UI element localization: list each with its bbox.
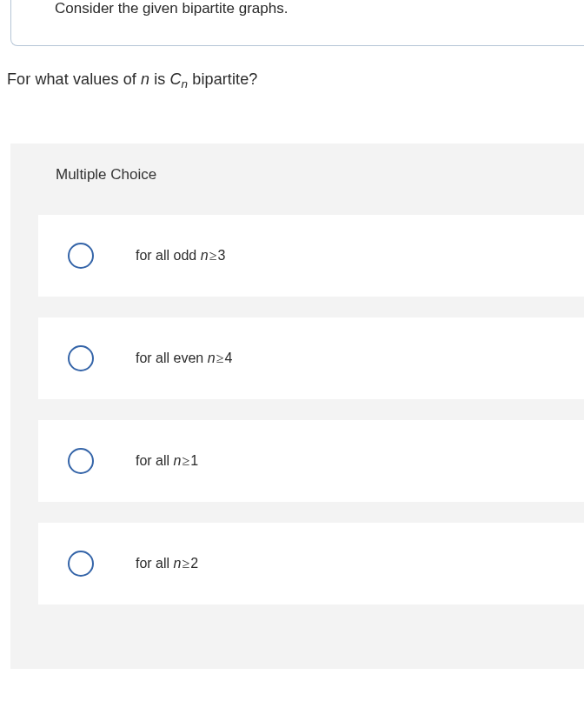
option-3-num: 1: [190, 453, 198, 468]
prompt-box: Consider the given bipartite graphs.: [10, 0, 584, 46]
option-1-num: 3: [217, 248, 225, 263]
option-3[interactable]: for all n ≥ 1: [38, 420, 584, 502]
option-2-var: n: [208, 351, 216, 365]
option-1-prefix: for all odd: [136, 248, 201, 263]
option-2-op: ≥: [216, 351, 224, 365]
option-3-op: ≥: [182, 453, 189, 468]
question-suffix: bipartite?: [188, 70, 257, 88]
radio-icon[interactable]: [68, 243, 94, 269]
option-4-prefix: for all: [136, 556, 174, 571]
question-prefix: For what values of: [7, 70, 141, 88]
radio-icon[interactable]: [68, 448, 94, 474]
option-2-num: 4: [224, 351, 232, 365]
option-1-label: for all odd n ≥ 3: [136, 248, 225, 264]
options-list: for all odd n ≥ 3 for all even n ≥ 4 for…: [10, 206, 584, 604]
option-2-label: for all even n ≥ 4: [136, 351, 232, 366]
question-sym-base: C: [170, 70, 182, 88]
radio-icon[interactable]: [68, 345, 94, 371]
multiple-choice-container: Multiple Choice for all odd n ≥ 3 for al…: [10, 144, 584, 669]
option-4-label: for all n ≥ 2: [136, 556, 198, 571]
question-var: n: [141, 70, 149, 88]
option-1[interactable]: for all odd n ≥ 3: [38, 215, 584, 297]
question-sym-sub: n: [182, 77, 189, 90]
radio-icon[interactable]: [68, 551, 94, 577]
question-text: For what values of n is Cn bipartite?: [0, 46, 584, 91]
option-4-op: ≥: [182, 556, 189, 571]
option-1-var: n: [201, 248, 209, 263]
option-2[interactable]: for all even n ≥ 4: [38, 317, 584, 399]
question-mid: is: [149, 70, 169, 88]
option-3-label: for all n ≥ 1: [136, 453, 198, 469]
option-4-var: n: [174, 556, 182, 571]
prompt-text: Consider the given bipartite graphs.: [55, 0, 288, 17]
option-4-num: 2: [190, 556, 198, 571]
option-3-prefix: for all: [136, 453, 174, 468]
option-4[interactable]: for all n ≥ 2: [38, 523, 584, 604]
mc-header: Multiple Choice: [10, 144, 584, 206]
option-1-op: ≥: [209, 248, 217, 263]
option-3-var: n: [174, 453, 182, 468]
option-2-prefix: for all even: [136, 351, 208, 365]
